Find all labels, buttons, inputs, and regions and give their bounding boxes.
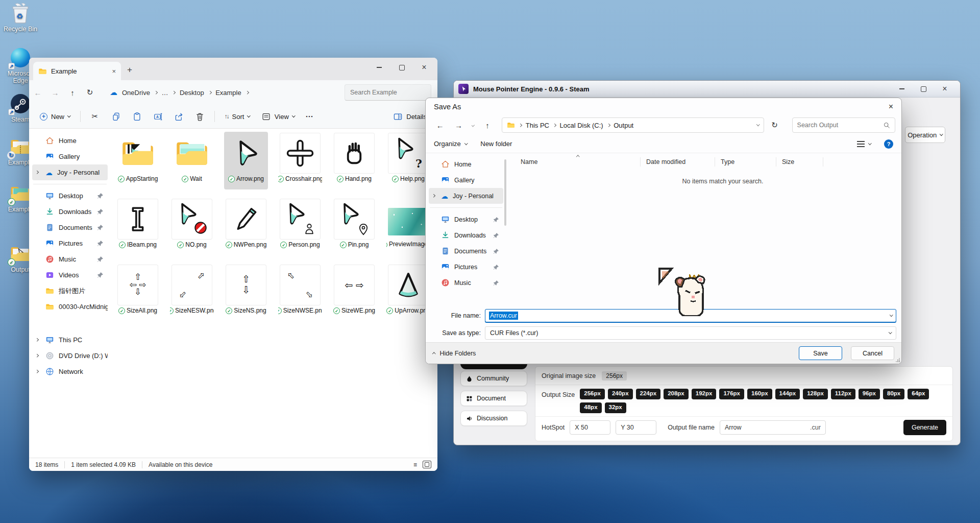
- up-icon[interactable]: ↑: [479, 121, 496, 130]
- document-button[interactable]: Document: [460, 391, 527, 406]
- close-button[interactable]: ×: [413, 60, 435, 75]
- close-button[interactable]: ×: [934, 82, 955, 96]
- steam-title-bar[interactable]: Mouse Pointer Engine - 0.9.6 - Steam ×: [454, 81, 960, 98]
- hide-folders-button[interactable]: Hide Folders: [433, 350, 476, 357]
- view-button[interactable]: View: [257, 109, 299, 125]
- search-input[interactable]: [345, 84, 431, 101]
- sidebar-item-gallery[interactable]: Gallery: [32, 149, 108, 164]
- community-button[interactable]: Community: [460, 371, 527, 386]
- column-date[interactable]: Date modified: [646, 158, 685, 165]
- sidebar-item-onedrive[interactable]: ☁ Joy - Personal: [32, 164, 108, 180]
- new-button[interactable]: + New: [35, 110, 75, 124]
- file-item[interactable]: NO.png: [170, 198, 214, 255]
- nav-item-gallery[interactable]: Gallery: [429, 172, 503, 188]
- expand-chevron-icon[interactable]: [35, 171, 38, 174]
- breadcrumb-item[interactable]: Local Disk (C:): [559, 122, 603, 129]
- file-item[interactable]: Crosshair.png: [278, 132, 322, 189]
- size-button[interactable]: 176px: [719, 389, 744, 399]
- paste-button[interactable]: [128, 109, 146, 125]
- chevron-down-icon[interactable]: [889, 330, 892, 334]
- expand-chevron-icon[interactable]: [432, 194, 435, 197]
- hotspot-x-input[interactable]: X 50: [570, 420, 610, 435]
- size-button[interactable]: 128px: [803, 389, 828, 399]
- file-item[interactable]: AppStarting: [116, 132, 160, 189]
- breadcrumb-item[interactable]: Desktop: [180, 89, 204, 97]
- view-mode-button[interactable]: [857, 141, 871, 147]
- size-button[interactable]: 160px: [747, 389, 772, 399]
- maximize-button[interactable]: [390, 60, 413, 75]
- large-icons-view-icon[interactable]: [423, 461, 431, 468]
- sidebar-item-dvd-drive[interactable]: DVD Drive (D:) Win: [32, 348, 108, 364]
- sidebar-item-network[interactable]: Network: [32, 364, 108, 379]
- expand-chevron-icon[interactable]: [35, 354, 38, 357]
- refresh-icon[interactable]: ↻: [766, 121, 782, 130]
- save-type-select[interactable]: CUR Files (*.cur): [485, 326, 896, 340]
- breadcrumb-item[interactable]: Output: [614, 122, 633, 129]
- new-tab-button[interactable]: +: [127, 65, 132, 75]
- sidebar-item-folder[interactable]: 指针图片: [32, 283, 108, 299]
- file-item[interactable]: ⇦ ⇨ SizeWE.png: [332, 264, 376, 321]
- back-icon[interactable]: ←: [432, 121, 448, 130]
- breadcrumb-item[interactable]: OneDrive: [122, 89, 150, 97]
- resize-grip[interactable]: [895, 358, 900, 362]
- file-item[interactable]: ⬁ ⬂ SizeNWSE.png: [278, 264, 322, 321]
- file-item[interactable]: ? Help.png: [386, 132, 430, 189]
- minimize-button[interactable]: [891, 82, 913, 96]
- size-button[interactable]: 208px: [664, 389, 689, 399]
- chevron-down-icon[interactable]: [890, 313, 893, 316]
- column-type[interactable]: Type: [721, 158, 734, 165]
- tab-close-icon[interactable]: ×: [112, 67, 116, 75]
- nav-item-music[interactable]: Music: [429, 275, 503, 291]
- file-item[interactable]: Person.png: [278, 198, 322, 255]
- size-button[interactable]: 224px: [636, 389, 661, 399]
- cut-button[interactable]: ✂: [86, 109, 105, 125]
- close-icon[interactable]: ×: [889, 102, 893, 111]
- organize-button[interactable]: Organize: [434, 140, 467, 148]
- sort-button[interactable]: ↑↓ Sort: [220, 110, 255, 124]
- file-item[interactable]: Hand.png: [332, 132, 376, 189]
- refresh-icon[interactable]: ↻: [81, 88, 99, 97]
- breadcrumb-item[interactable]: This PC: [526, 122, 549, 129]
- sidebar-item-pictures[interactable]: Pictures: [32, 235, 108, 251]
- file-item[interactable]: Wait: [170, 132, 214, 189]
- file-item[interactable]: NWPen.png: [224, 198, 268, 255]
- forward-icon[interactable]: →: [46, 88, 64, 97]
- copy-button[interactable]: [107, 109, 126, 125]
- size-button[interactable]: 112px: [831, 389, 855, 399]
- address-bar[interactable]: This PC Local Disk (C:) Output: [502, 117, 764, 133]
- generate-button[interactable]: Generate: [903, 420, 946, 435]
- nav-item-downloads[interactable]: Downloads: [429, 227, 503, 243]
- see-more-button[interactable]: ⋯: [301, 112, 317, 121]
- size-button[interactable]: 192px: [692, 389, 717, 399]
- column-name[interactable]: Name: [521, 158, 537, 165]
- size-button[interactable]: 144px: [775, 389, 800, 399]
- details-view-icon[interactable]: ≡: [411, 461, 420, 468]
- file-item[interactable]: ⬀ ⬃ SizeNESW.png: [170, 264, 214, 321]
- file-item[interactable]: ⇧⇦ ⇨⇩ SizeAll.png: [116, 264, 160, 321]
- search-input[interactable]: [797, 122, 883, 129]
- sidebar-item-downloads[interactable]: Downloads: [32, 204, 108, 220]
- size-button[interactable]: 256px: [580, 389, 605, 399]
- delete-button[interactable]: [190, 109, 209, 125]
- expand-chevron-icon[interactable]: [35, 338, 38, 341]
- new-folder-button[interactable]: New folder: [480, 140, 512, 148]
- forward-icon[interactable]: →: [450, 121, 467, 130]
- nav-item-desktop[interactable]: Desktop: [429, 211, 503, 227]
- breadcrumb-ellipsis[interactable]: …: [161, 89, 168, 97]
- output-file-input[interactable]: Arrow .cur: [720, 420, 826, 435]
- nav-item-documents[interactable]: Documents: [429, 243, 503, 259]
- back-icon[interactable]: ←: [29, 88, 46, 97]
- dialog-title-bar[interactable]: Save As ×: [426, 98, 901, 115]
- hotspot-y-input[interactable]: Y 30: [616, 420, 656, 435]
- breadcrumb-item[interactable]: Example: [215, 89, 241, 97]
- expand-chevron-icon[interactable]: [35, 370, 38, 373]
- size-button[interactable]: 64px: [908, 389, 929, 399]
- sidebar-item-documents[interactable]: Documents: [32, 220, 108, 235]
- sidebar-item-folder[interactable]: 00030-ArcMidnight: [32, 299, 108, 315]
- sidebar-item-videos[interactable]: Videos: [32, 267, 108, 283]
- cancel-button[interactable]: Cancel: [851, 346, 894, 360]
- search-box[interactable]: [792, 117, 895, 133]
- file-item[interactable]: ⇧⇩ SizeNS.png: [224, 264, 268, 321]
- save-button[interactable]: Save: [799, 346, 842, 360]
- size-button[interactable]: 48px: [580, 402, 601, 413]
